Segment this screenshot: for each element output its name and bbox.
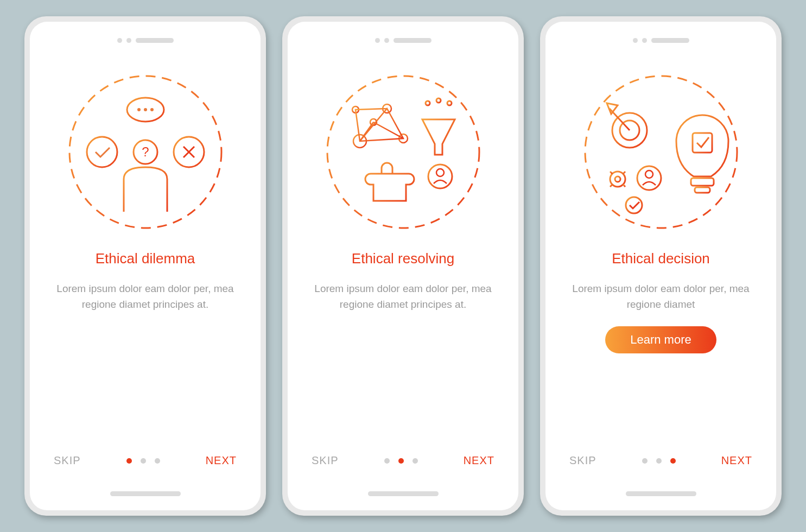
svg-rect-25 [695, 187, 710, 193]
skip-button[interactable]: SKIP [54, 454, 81, 467]
page-dot-3[interactable] [155, 458, 160, 464]
next-button[interactable]: NEXT [206, 454, 237, 467]
svg-text:?: ? [142, 144, 149, 159]
svg-line-36 [623, 172, 625, 174]
page-dot-2[interactable] [141, 458, 146, 464]
next-button[interactable]: NEXT [464, 454, 494, 467]
camera-dot-icon [126, 38, 131, 43]
speaker-grill-icon [394, 38, 431, 43]
screen-body: Lorem ipsum dolor eam dolor per, mea reg… [314, 281, 493, 312]
onboarding-phone-3: Ethical decision Lorem ipsum dolor eam d… [540, 16, 782, 516]
screen-content: ? Ethical dilemma Lorem ipsum dolor eam … [30, 22, 261, 510]
decision-icon [577, 68, 745, 236]
page-dot-2[interactable] [398, 458, 404, 464]
onboarding-phone-2: Ethical resolving Lorem ipsum dolor eam … [282, 16, 524, 516]
onboarding-footer: SKIP NEXT [30, 454, 261, 467]
phone-speaker [117, 38, 174, 43]
resolving-icon [319, 68, 487, 236]
svg-point-22 [436, 169, 444, 176]
svg-point-41 [626, 197, 642, 213]
page-dot-1[interactable] [126, 458, 132, 464]
screen-body: Lorem ipsum dolor eam dolor per, mea reg… [56, 281, 235, 312]
svg-line-37 [610, 185, 612, 187]
page-dot-1[interactable] [642, 458, 648, 464]
svg-rect-24 [691, 178, 714, 186]
skip-button[interactable]: SKIP [312, 454, 339, 467]
screen-content: Ethical decision Lorem ipsum dolor eam d… [545, 22, 776, 510]
svg-point-19 [436, 98, 441, 103]
camera-dot-icon [633, 38, 638, 43]
camera-dot-icon [384, 38, 389, 43]
svg-point-9 [327, 76, 479, 228]
camera-dot-icon [375, 38, 380, 43]
screen-title: Ethical decision [612, 250, 710, 267]
svg-point-7 [87, 137, 117, 167]
svg-point-5 [144, 108, 147, 111]
phone-speaker [375, 38, 431, 43]
svg-point-29 [610, 172, 625, 187]
speaker-grill-icon [651, 38, 689, 43]
page-indicator [384, 458, 418, 464]
screen-body: Lorem ipsum dolor eam dolor per, mea reg… [572, 281, 751, 312]
dilemma-icon: ? [61, 68, 230, 236]
speaker-grill-icon [136, 38, 174, 43]
page-dot-3[interactable] [670, 458, 676, 464]
skip-button[interactable]: SKIP [569, 454, 596, 467]
svg-point-23 [585, 76, 737, 228]
screen-title: Ethical resolving [352, 250, 454, 267]
svg-point-40 [645, 170, 653, 178]
svg-line-35 [610, 172, 612, 174]
page-dot-3[interactable] [412, 458, 418, 464]
next-button[interactable]: NEXT [721, 454, 752, 467]
phone-speaker [633, 38, 689, 43]
svg-rect-26 [693, 133, 712, 153]
home-indicator-icon [626, 491, 696, 496]
learn-more-button[interactable]: Learn more [605, 326, 716, 353]
onboarding-footer: SKIP NEXT [288, 454, 518, 467]
screen-content: Ethical resolving Lorem ipsum dolor eam … [288, 22, 518, 510]
svg-line-38 [623, 185, 625, 187]
svg-point-18 [426, 101, 430, 105]
camera-dot-icon [642, 38, 647, 43]
home-indicator-icon [368, 491, 439, 496]
svg-point-30 [615, 176, 620, 182]
page-indicator [642, 458, 676, 464]
onboarding-phone-1: ? Ethical dilemma Lorem ipsum dolor eam … [24, 16, 266, 516]
svg-point-4 [137, 108, 141, 111]
screen-title: Ethical dilemma [96, 250, 195, 267]
page-indicator [126, 458, 160, 464]
onboarding-footer: SKIP NEXT [545, 454, 776, 467]
svg-point-20 [447, 101, 452, 105]
home-indicator-icon [110, 491, 181, 496]
svg-point-6 [150, 108, 154, 111]
camera-dot-icon [117, 38, 122, 43]
page-dot-2[interactable] [656, 458, 662, 464]
page-dot-1[interactable] [384, 458, 390, 464]
